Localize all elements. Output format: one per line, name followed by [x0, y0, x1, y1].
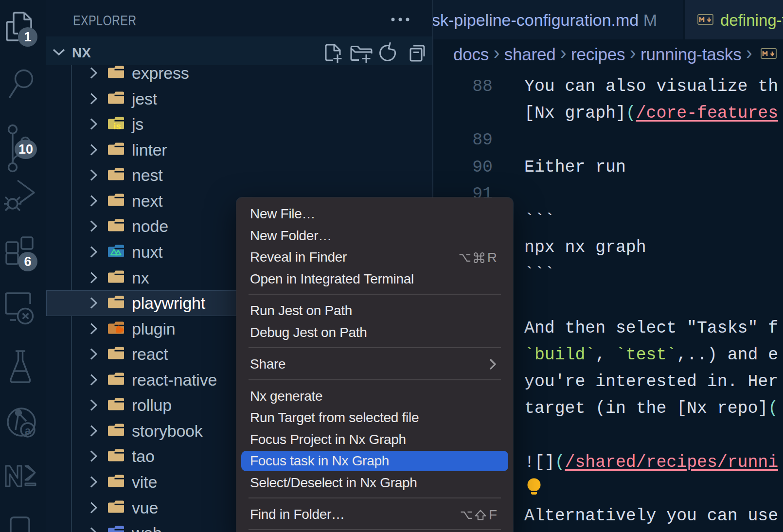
- svg-text:a: a: [25, 425, 31, 437]
- svg-text:js: js: [113, 121, 121, 129]
- svg-text:1: 1: [24, 30, 31, 44]
- svg-text:6: 6: [24, 254, 31, 269]
- svg-text:10: 10: [18, 142, 33, 157]
